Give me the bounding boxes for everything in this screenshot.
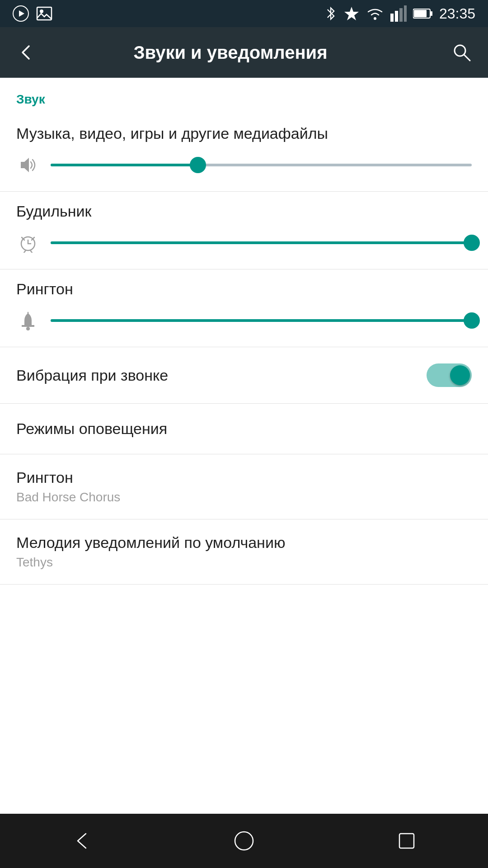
signal-icon — [390, 5, 407, 22]
ringtone-item-title: Рингтон — [16, 469, 472, 486]
content: Звук Музыка, видео, игры и другие медиаф… — [0, 78, 488, 814]
media-slider-track — [51, 164, 472, 166]
alarm-slider-row — [16, 231, 472, 255]
alarm-icon — [16, 231, 40, 255]
battery-icon — [413, 7, 433, 20]
svg-rect-5 — [395, 11, 398, 22]
ringtone-slider-row — [16, 309, 472, 332]
svg-marker-13 — [21, 158, 29, 172]
svg-point-3 — [374, 17, 376, 20]
status-left-icons — [13, 5, 52, 22]
svg-line-18 — [31, 251, 32, 253]
back-nav-button[interactable] — [63, 823, 99, 859]
vibration-toggle-knob — [450, 365, 470, 385]
svg-rect-9 — [414, 10, 427, 17]
toolbar: Звуки и уведомления — [0, 27, 488, 78]
nav-bar — [0, 814, 488, 868]
vibration-label: Вибрация при звонке — [16, 367, 168, 384]
svg-rect-6 — [399, 8, 403, 22]
home-nav-button[interactable] — [226, 823, 262, 859]
sound-section-header: Звук — [0, 78, 488, 114]
bluetooth-icon — [324, 5, 337, 22]
ringtone-slider[interactable] — [51, 309, 472, 332]
svg-point-1 — [40, 9, 43, 13]
star-icon — [343, 5, 360, 22]
vibration-toggle[interactable] — [427, 363, 472, 387]
svg-rect-22 — [399, 834, 414, 848]
notification-sound-title: Мелодия уведомлений по умолчанию — [16, 534, 472, 552]
volume-icon — [16, 153, 40, 177]
notification-sound-subtitle: Tethys — [16, 555, 472, 570]
toolbar-title: Звуки и уведомления — [49, 42, 412, 63]
svg-rect-4 — [390, 14, 394, 22]
svg-rect-10 — [431, 11, 432, 16]
ringtone-volume-label: Рингтон — [16, 280, 472, 298]
svg-rect-7 — [404, 5, 407, 22]
wifi-icon — [366, 5, 384, 22]
ringtone-slider-track — [51, 319, 472, 322]
media-volume-label: Музыка, видео, игры и другие медиафайлы — [16, 125, 472, 142]
status-right-icons: 23:35 — [324, 5, 475, 22]
recents-nav-button[interactable] — [389, 823, 425, 859]
image-icon — [36, 5, 52, 22]
notification-modes-item[interactable]: Режимы оповещения — [0, 404, 488, 454]
alarm-slider-track — [51, 241, 472, 244]
time-display: 23:35 — [439, 5, 475, 22]
media-slider[interactable] — [51, 153, 472, 177]
ringtone-slider-fill — [51, 319, 472, 322]
svg-marker-2 — [344, 7, 359, 20]
alarm-slider[interactable] — [51, 231, 472, 255]
media-slider-row — [16, 153, 472, 177]
notification-modes-label: Режимы оповещения — [16, 420, 472, 438]
ringtone-item[interactable]: Рингтон Bad Horse Chorus — [0, 454, 488, 519]
media-volume-item: Музыка, видео, игры и другие медиафайлы — [0, 114, 488, 192]
alarm-slider-fill — [51, 241, 472, 244]
svg-line-12 — [464, 55, 470, 61]
ringtone-item-subtitle: Bad Horse Chorus — [16, 490, 472, 505]
search-button[interactable] — [448, 39, 475, 66]
media-slider-fill — [51, 164, 198, 166]
bell-icon — [16, 309, 40, 332]
svg-rect-0 — [37, 7, 52, 20]
ringtone-slider-thumb — [464, 312, 480, 329]
alarm-volume-item: Будильник — [0, 192, 488, 269]
play-icon — [13, 5, 29, 22]
status-bar: 23:35 — [0, 0, 488, 27]
back-button[interactable] — [13, 40, 38, 65]
ringtone-volume-item: Рингтон — [0, 269, 488, 347]
media-slider-thumb — [190, 157, 206, 173]
alarm-slider-thumb — [464, 235, 480, 251]
alarm-volume-label: Будильник — [16, 203, 472, 220]
vibration-row[interactable]: Вибрация при звонке — [0, 347, 488, 404]
svg-point-19 — [26, 327, 30, 330]
svg-point-21 — [235, 832, 253, 850]
svg-line-17 — [24, 251, 25, 253]
notification-sound-item[interactable]: Мелодия уведомлений по умолчанию Tethys — [0, 519, 488, 585]
